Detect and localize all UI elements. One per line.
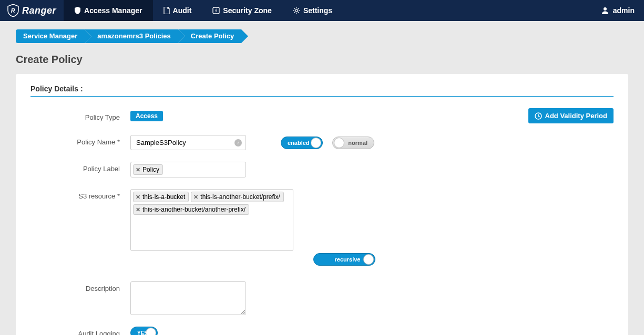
section-title: Policy Details : xyxy=(30,85,614,97)
tag-text: this-is-another-bucket/another-prefix/ xyxy=(142,206,246,213)
label-description: Description xyxy=(30,281,130,292)
toggle-knob xyxy=(311,138,321,148)
toggle-label: normal xyxy=(348,140,367,146)
breadcrumb: Service Manager amazonemrs3 Policies Cre… xyxy=(16,29,628,43)
nav-label: Security Zone xyxy=(223,6,272,15)
s3-resource-tag: ✕ this-is-another-bucket/prefix/ xyxy=(191,192,283,202)
brand[interactable]: R Ranger xyxy=(0,4,64,17)
toggle-knob xyxy=(146,328,156,335)
label-s3-resource: S3 resource * xyxy=(30,189,130,200)
nav-access-manager[interactable]: Access Manager xyxy=(64,0,153,21)
page-title: Create Policy xyxy=(0,43,644,74)
remove-tag-icon[interactable]: ✕ xyxy=(136,206,140,213)
svg-rect-1 xyxy=(213,7,219,14)
description-textarea[interactable] xyxy=(130,281,246,315)
s3-resource-tag: ✕ this-is-a-bucket xyxy=(133,192,189,202)
validity-button-label: Add Validity Period xyxy=(545,112,607,120)
remove-tag-icon[interactable]: ✕ xyxy=(136,166,140,173)
gear-icon xyxy=(293,7,300,14)
top-nav: R Ranger Access Manager Audit Security Z… xyxy=(0,0,644,21)
svg-point-2 xyxy=(295,9,298,12)
toggle-label: enabled xyxy=(288,140,310,146)
user-name: admin xyxy=(613,6,635,15)
nav-label: Access Manager xyxy=(84,6,142,15)
label-policy-name: Policy Name * xyxy=(30,135,130,146)
svg-point-3 xyxy=(604,7,607,11)
crumb-service-policies[interactable]: amazonemrs3 Policies xyxy=(85,29,178,43)
svg-text:R: R xyxy=(11,7,15,14)
breadcrumb-wrap: Service Manager amazonemrs3 Policies Cre… xyxy=(0,21,644,43)
tag-text: Policy xyxy=(142,166,159,173)
info-icon[interactable]: i xyxy=(234,139,242,146)
remove-tag-icon[interactable]: ✕ xyxy=(136,194,140,201)
label-policy-type: Policy Type xyxy=(30,110,130,121)
ranger-shield-icon: R xyxy=(7,4,19,17)
crumb-create-policy[interactable]: Create Policy xyxy=(178,29,241,43)
enabled-toggle[interactable]: enabled xyxy=(281,137,323,149)
user-icon xyxy=(601,6,609,15)
label-audit-logging: Audit Logging xyxy=(30,327,130,335)
bolt-icon xyxy=(212,7,220,14)
s3-resource-tagbox[interactable]: ✕ this-is-a-bucket ✕ this-is-another-buc… xyxy=(130,189,293,251)
nav-label: Settings xyxy=(303,6,332,15)
toggle-knob xyxy=(363,254,374,265)
policy-card: Policy Details : Policy Type Access Add … xyxy=(16,74,628,335)
toggle-knob xyxy=(334,138,344,148)
recursive-toggle[interactable]: recursive xyxy=(313,253,375,266)
remove-tag-icon[interactable]: ✕ xyxy=(193,194,198,201)
crumb-service-manager[interactable]: Service Manager xyxy=(16,29,85,43)
tag-text: this-is-another-bucket/prefix/ xyxy=(200,193,280,201)
normal-toggle[interactable]: normal xyxy=(332,137,374,149)
clock-icon xyxy=(535,112,542,120)
policy-name-input[interactable] xyxy=(130,135,246,150)
shield-icon xyxy=(74,7,81,14)
add-validity-period-button[interactable]: Add Validity Period xyxy=(528,108,614,123)
document-icon xyxy=(163,7,170,14)
s3-resource-tag: ✕ this-is-another-bucket/another-prefix/ xyxy=(133,204,249,215)
user-menu[interactable]: admin xyxy=(591,6,644,15)
brand-text: Ranger xyxy=(22,5,56,16)
nav-label: Audit xyxy=(173,6,192,15)
label-policy-label: Policy Label xyxy=(30,162,130,173)
nav-audit[interactable]: Audit xyxy=(153,0,202,21)
policy-type-badge: Access xyxy=(130,111,163,121)
policy-label-tag: ✕ Policy xyxy=(133,164,163,175)
tag-text: this-is-a-bucket xyxy=(142,193,185,201)
policy-label-tagbox[interactable]: ✕ Policy xyxy=(130,162,246,177)
audit-logging-toggle[interactable]: YES xyxy=(130,327,158,335)
nav-security-zone[interactable]: Security Zone xyxy=(202,0,282,21)
nav-settings[interactable]: Settings xyxy=(282,0,343,21)
